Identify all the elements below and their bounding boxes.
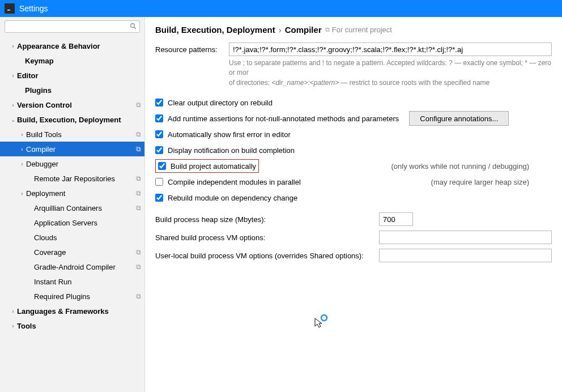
shared-vm-options-input[interactable]	[379, 231, 552, 244]
svg-rect-0	[6, 5, 13, 12]
chevron-right-icon: ›	[9, 102, 17, 108]
clear-output-checkbox[interactable]	[155, 99, 163, 106]
search-input[interactable]	[5, 20, 140, 33]
sidebar-item-keymap[interactable]: Keymap	[0, 53, 144, 68]
sidebar-item-label: Build Tools	[26, 130, 136, 139]
compile-independent-label: Compile independent modules in parallel	[168, 178, 301, 186]
show-first-error-label: Automatically show first error in editor	[168, 130, 291, 139]
sidebar-item-label: Plugins	[25, 86, 141, 95]
search-icon	[130, 23, 137, 31]
svg-point-2	[131, 24, 135, 28]
svg-line-3	[134, 27, 136, 29]
heap-size-input[interactable]	[379, 212, 413, 226]
sidebar-item-arquillian-containers[interactable]: Arquillian Containers⧉	[0, 201, 144, 215]
sidebar-item-label: Remote Jar Repositories	[34, 174, 136, 183]
copy-icon: ⧉	[136, 248, 141, 256]
sidebar-item-editor[interactable]: ›Editor	[0, 68, 144, 83]
copy-icon: ⧉	[136, 189, 141, 197]
svg-rect-1	[7, 10, 10, 11]
sidebar-item-debugger[interactable]: ›Debugger	[0, 156, 144, 171]
sidebar-item-gradle-android-compiler[interactable]: Gradle-Android Compiler⧉	[0, 259, 144, 274]
sidebar-item-label: Application Servers	[34, 219, 141, 227]
chevron-right-icon: ›	[9, 73, 17, 79]
display-notification-label: Display notification on build completion	[168, 146, 295, 155]
settings-content: Build, Execution, Deployment › Compiler …	[145, 17, 562, 392]
sidebar-item-label: Instant Run	[34, 278, 141, 286]
sidebar-item-label: Appearance & Behavior	[17, 42, 141, 50]
sidebar-item-label: Tools	[17, 322, 141, 330]
resource-patterns-hint: Use ; to separate patterns and ! to nega…	[229, 58, 552, 88]
sidebar-item-build-tools[interactable]: ›Build Tools⧉	[0, 127, 144, 142]
chevron-right-icon: ›	[18, 146, 26, 152]
app-icon	[5, 3, 15, 14]
configure-annotations-button[interactable]: Configure annotations...	[409, 111, 509, 126]
runtime-assertions-label: Add runtime assertions for not-null-anno…	[168, 114, 399, 123]
copy-icon: ⧉	[136, 130, 141, 138]
scope-label: ⧉ For current project	[325, 25, 392, 34]
build-auto-highlight: Build project automatically	[155, 159, 259, 173]
sidebar-item-plugins[interactable]: Plugins	[0, 83, 144, 97]
sidebar-item-version-control[interactable]: ›Version Control⧉	[0, 97, 144, 112]
sidebar-item-application-servers[interactable]: Application Servers	[0, 215, 144, 230]
breadcrumb-parent[interactable]: Build, Execution, Deployment	[155, 25, 275, 35]
sidebar-item-tools[interactable]: ›Tools	[0, 318, 144, 333]
sidebar-item-label: Clouds	[34, 233, 141, 242]
sidebar-item-label: Build, Execution, Deployment	[17, 116, 141, 124]
sidebar-item-label: Coverage	[34, 248, 136, 257]
compile-independent-note: (may require larger heap size)	[431, 178, 552, 186]
resource-patterns-input[interactable]	[229, 42, 552, 56]
titlebar: Settings	[0, 0, 562, 17]
copy-icon: ⧉	[136, 174, 141, 182]
chevron-right-icon: ›	[279, 25, 282, 35]
user-vm-options-input[interactable]	[379, 249, 552, 262]
settings-sidebar: ›Appearance & BehaviorKeymap›EditorPlugi…	[0, 17, 145, 392]
breadcrumb-current: Compiler	[285, 25, 322, 35]
window-title: Settings	[19, 4, 48, 13]
user-vm-options-label: User-local build process VM options (ove…	[155, 252, 379, 260]
compile-independent-checkbox[interactable]	[155, 178, 163, 186]
chevron-right-icon: ›	[18, 190, 26, 197]
chevron-right-icon: ›	[9, 308, 17, 314]
chevron-right-icon: ›	[9, 43, 17, 49]
breadcrumb: Build, Execution, Deployment › Compiler …	[155, 25, 552, 35]
copy-icon: ⧉	[136, 204, 141, 212]
copy-icon: ⧉	[136, 263, 141, 271]
rebuild-dependency-checkbox[interactable]	[155, 194, 163, 202]
chevron-right-icon: ›	[18, 131, 26, 138]
sidebar-item-clouds[interactable]: Clouds	[0, 230, 144, 245]
chevron-down-icon: ⌄	[9, 117, 17, 123]
clear-output-label: Clear output directory on rebuild	[168, 99, 273, 107]
sidebar-item-appearance-behavior[interactable]: ›Appearance & Behavior	[0, 39, 144, 53]
sidebar-item-label: Deployment	[26, 189, 136, 198]
sidebar-item-label: Keymap	[25, 57, 141, 65]
sidebar-item-label: Version Control	[17, 101, 136, 109]
sidebar-item-label: Editor	[17, 71, 141, 80]
chevron-right-icon: ›	[9, 323, 17, 329]
sidebar-item-compiler[interactable]: ›Compiler⧉	[0, 142, 144, 156]
sidebar-item-label: Languages & Frameworks	[17, 307, 141, 316]
build-automatically-note: (only works while not running / debuggin…	[391, 162, 552, 171]
build-automatically-checkbox[interactable]	[158, 162, 166, 170]
sidebar-item-instant-run[interactable]: Instant Run	[0, 274, 144, 289]
rebuild-dependency-label: Rebuild module on dependency change	[168, 194, 297, 202]
copy-icon: ⧉	[325, 26, 330, 33]
sidebar-item-required-plugins[interactable]: Required Plugins⧉	[0, 289, 144, 304]
sidebar-item-label: Required Plugins	[34, 292, 136, 301]
sidebar-item-remote-jar-repositories[interactable]: Remote Jar Repositories⧉	[0, 171, 144, 186]
display-notification-checkbox[interactable]	[155, 146, 163, 154]
sidebar-item-label: Gradle-Android Compiler	[34, 263, 136, 271]
resource-patterns-label: Resource patterns:	[155, 45, 229, 54]
build-automatically-label: Build project automatically	[171, 162, 256, 171]
sidebar-item-coverage[interactable]: Coverage⧉	[0, 245, 144, 259]
heap-size-label: Build process heap size (Mbytes):	[155, 215, 379, 224]
sidebar-item-languages-frameworks[interactable]: ›Languages & Frameworks	[0, 304, 144, 318]
sidebar-item-label: Debugger	[26, 160, 141, 168]
runtime-assertions-checkbox[interactable]	[155, 114, 163, 122]
shared-vm-options-label: Shared build process VM options:	[155, 233, 379, 242]
sidebar-item-deployment[interactable]: ›Deployment⧉	[0, 186, 144, 201]
show-first-error-checkbox[interactable]	[155, 130, 163, 138]
copy-icon: ⧉	[136, 292, 141, 300]
sidebar-item-build-execution-deployment[interactable]: ⌄Build, Execution, Deployment	[0, 112, 144, 127]
sidebar-item-label: Compiler	[26, 145, 136, 154]
settings-tree: ›Appearance & BehaviorKeymap›EditorPlugi…	[0, 36, 144, 392]
